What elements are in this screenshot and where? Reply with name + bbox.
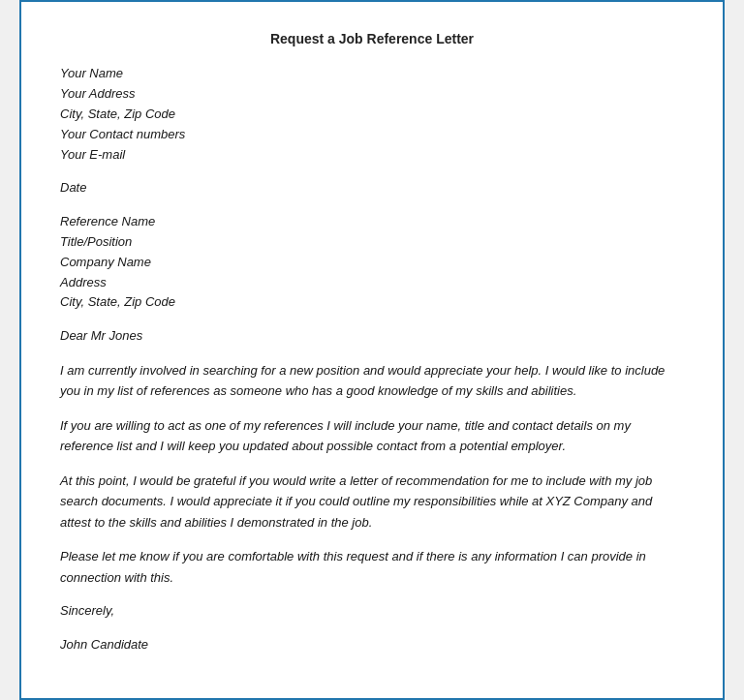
- paragraph-3: At this point, I would be grateful if yo…: [60, 471, 684, 533]
- date-block: Date: [60, 178, 684, 198]
- closing: Sincerely,: [60, 601, 684, 622]
- sender-city-state-zip: City, State, Zip Code: [60, 105, 684, 125]
- recipient-block: Reference Name Title/Position Company Na…: [60, 212, 684, 313]
- sender-name: Your Name: [60, 64, 684, 84]
- date: Date: [60, 178, 684, 198]
- letter-container: Request a Job Reference Letter Your Name…: [19, 0, 725, 699]
- title-position: Title/Position: [60, 232, 684, 253]
- letter-title: Request a Job Reference Letter: [60, 31, 684, 46]
- company-name: Company Name: [60, 253, 684, 273]
- salutation-block: Dear Mr Jones: [60, 326, 684, 347]
- signature-block: John Candidate: [60, 635, 684, 655]
- recipient-address: Address: [60, 273, 684, 293]
- closing-block: Sincerely,: [60, 601, 684, 622]
- sender-block: Your Name Your Address City, State, Zip …: [60, 64, 684, 165]
- paragraph-2: If you are willing to act as one of my r…: [60, 415, 684, 457]
- recipient-city-state-zip: City, State, Zip Code: [60, 292, 684, 313]
- sender-address: Your Address: [60, 84, 684, 105]
- paragraph-1: I am currently involved in searching for…: [60, 360, 684, 402]
- sender-contact-numbers: Your Contact numbers: [60, 125, 684, 145]
- salutation: Dear Mr Jones: [60, 326, 684, 347]
- sender-email: Your E-mail: [60, 145, 684, 166]
- signature: John Candidate: [60, 635, 684, 655]
- reference-name: Reference Name: [60, 212, 684, 232]
- paragraph-4: Please let me know if you are comfortabl…: [60, 546, 684, 588]
